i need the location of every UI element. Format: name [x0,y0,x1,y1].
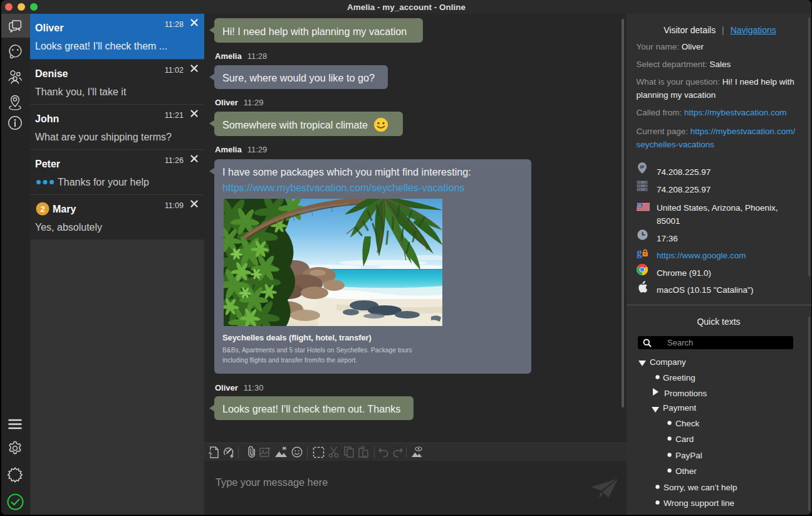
svg-text:2: 2 [40,204,44,214]
svg-text:IP: IP [640,164,644,170]
svg-text:g: g [637,246,642,258]
